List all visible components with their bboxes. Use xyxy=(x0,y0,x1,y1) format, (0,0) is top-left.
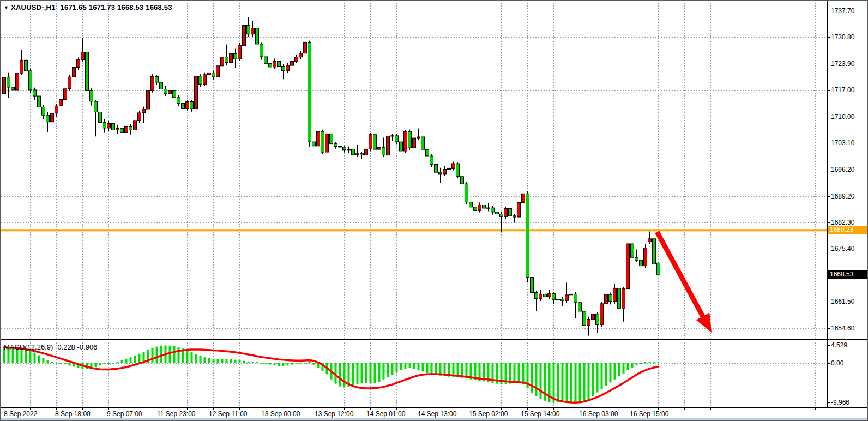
chart-canvas[interactable] xyxy=(1,1,868,421)
window-edge xyxy=(1,418,867,420)
chart-window: ▼XAUUSD-,H11671.65 1671.73 1668.53 1668.… xyxy=(0,0,868,421)
